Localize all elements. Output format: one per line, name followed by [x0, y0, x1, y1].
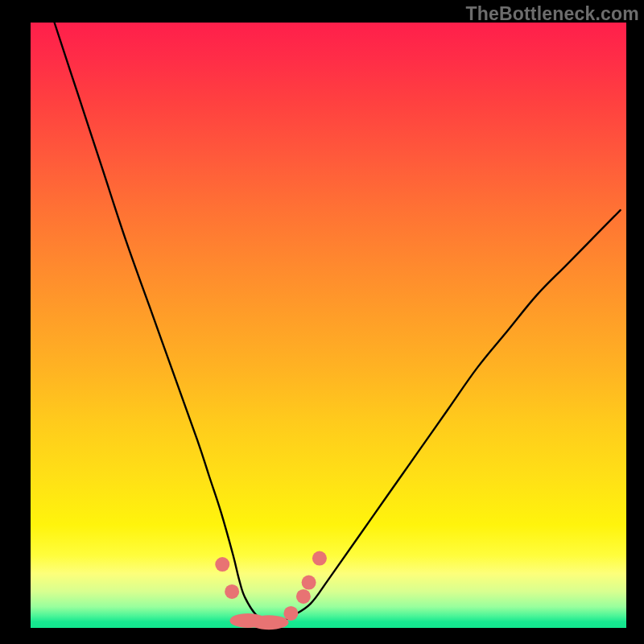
- watermark-text: TheBottleneck.com: [465, 3, 639, 25]
- highlight-markers: [215, 551, 327, 630]
- highlight-dot: [215, 557, 229, 572]
- highlight-pill: [250, 615, 289, 630]
- bottleneck-curve: [55, 23, 621, 623]
- highlight-dot: [312, 551, 327, 566]
- curve-layer: [31, 23, 626, 628]
- highlight-dot: [283, 606, 298, 621]
- highlight-dot: [225, 584, 239, 599]
- highlight-dot: [302, 576, 316, 590]
- highlight-dot: [296, 589, 311, 604]
- chart-frame: TheBottleneck.com: [0, 0, 644, 644]
- plot-area: [31, 23, 626, 628]
